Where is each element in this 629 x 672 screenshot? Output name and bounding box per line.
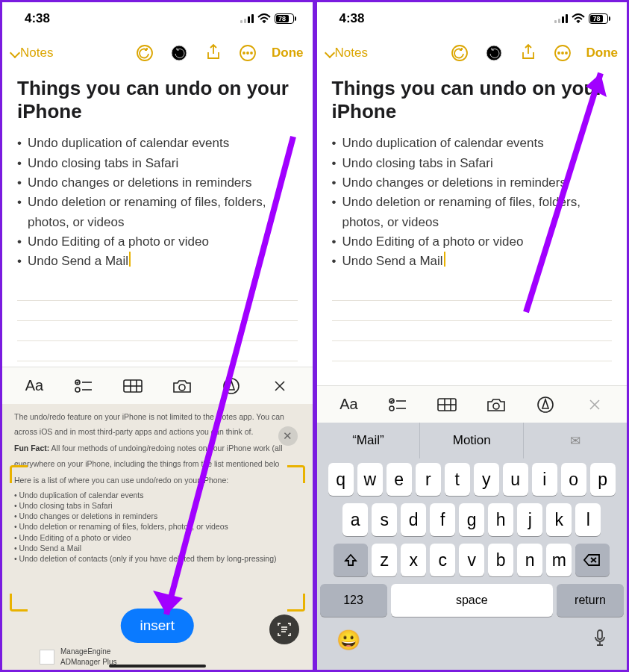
undo-button[interactable] [449, 43, 470, 63]
bullet-item: Undo deletion or renaming of files, fold… [332, 193, 613, 232]
key-b[interactable]: b [488, 544, 513, 576]
scan-item: Undo closing tabs in Safari [14, 500, 301, 511]
markup-button[interactable] [216, 373, 247, 399]
bullet-item: Undo closing tabs in Safari [17, 154, 298, 173]
svg-rect-45 [598, 630, 602, 639]
svg-point-9 [75, 388, 80, 392]
svg-point-6 [251, 52, 252, 54]
svg-point-4 [243, 52, 245, 54]
shift-key[interactable] [334, 544, 368, 576]
signal-icon [554, 14, 568, 23]
dictation-key[interactable] [592, 629, 607, 653]
scan-corner-icon [287, 465, 305, 483]
key-k[interactable]: k [546, 503, 572, 536]
note-content[interactable]: Things you can undo on your iPhone Undo … [317, 71, 628, 385]
insert-button[interactable]: insert [121, 609, 194, 643]
svg-point-30 [566, 52, 567, 54]
key-i[interactable]: i [532, 463, 557, 496]
text-cursor [444, 252, 445, 267]
note-content[interactable]: Things you can undo on your iPhone Undo … [2, 71, 313, 367]
scan-item: Undo Send a Mail [14, 543, 301, 553]
space-key[interactable]: space [391, 584, 554, 617]
key-y[interactable]: y [474, 463, 499, 496]
scan-close-button[interactable]: ✕ [278, 426, 298, 446]
back-button[interactable]: Notes [326, 46, 368, 60]
bullet-item: Undo Send a Mail [332, 252, 613, 271]
key-n[interactable]: n [517, 544, 542, 576]
key-l[interactable]: l [575, 503, 601, 536]
done-button[interactable]: Done [586, 46, 619, 60]
camera-button[interactable] [166, 373, 198, 399]
key-c[interactable]: c [430, 544, 455, 576]
bullet-item: Undo duplication of calendar events [17, 134, 298, 153]
bullet-item: Undo closing tabs in Safari [332, 154, 613, 173]
status-time: 4:38 [339, 11, 365, 26]
camera-button[interactable] [481, 392, 512, 417]
format-toolbar: Aa [2, 367, 313, 404]
key-o[interactable]: o [561, 463, 586, 496]
table-button[interactable] [431, 392, 463, 417]
key-h[interactable]: h [488, 503, 513, 536]
livetext-button[interactable] [269, 615, 299, 644]
text-style-button[interactable]: Aa [333, 392, 364, 417]
text-style-button[interactable]: Aa [19, 373, 50, 399]
bullet-item: Undo Send a Mail [17, 252, 298, 271]
key-f[interactable]: f [430, 503, 455, 536]
svg-point-29 [562, 52, 563, 54]
back-label: Notes [335, 46, 368, 60]
key-j[interactable]: j [517, 503, 542, 536]
checklist-button[interactable] [68, 373, 99, 399]
navbar: Notes Done [317, 35, 628, 71]
key-t[interactable]: t [445, 463, 470, 496]
scan-item: Undo deletion of contacts (only if you h… [14, 553, 301, 564]
key-u[interactable]: u [503, 463, 528, 496]
key-d[interactable]: d [401, 503, 426, 536]
return-key[interactable]: return [557, 584, 624, 617]
emoji-key[interactable]: 😀 [337, 629, 360, 653]
undo-button[interactable] [134, 43, 155, 63]
svg-point-33 [389, 406, 394, 411]
table-button[interactable] [117, 373, 148, 399]
numbers-key[interactable]: 123 [320, 584, 387, 617]
wifi-icon [257, 13, 271, 24]
key-g[interactable]: g [459, 503, 484, 536]
keyboard: q w e r t y u i o p a s d f g h j k l z … [317, 458, 628, 670]
chevron-left-icon [10, 48, 20, 58]
key-m[interactable]: m [546, 544, 572, 576]
markup-button[interactable] [530, 392, 561, 417]
svg-point-15 [179, 385, 185, 391]
format-close-button[interactable] [264, 373, 295, 399]
key-q[interactable]: q [328, 463, 354, 496]
key-p[interactable]: p [590, 463, 616, 496]
key-x[interactable]: x [401, 544, 426, 576]
chevron-left-icon [324, 48, 334, 58]
scan-item: Undo deletion or renaming of files, fold… [14, 521, 301, 532]
delete-key[interactable] [575, 544, 610, 576]
key-e[interactable]: e [387, 463, 412, 496]
back-button[interactable]: Notes [11, 46, 53, 60]
scan-item: Undo Editing of a photo or video [14, 532, 301, 543]
key-v[interactable]: v [459, 544, 484, 576]
checklist-button[interactable] [382, 392, 413, 417]
share-button[interactable] [518, 43, 539, 63]
format-close-button[interactable] [579, 392, 610, 417]
redo-button [169, 43, 190, 63]
key-s[interactable]: s [372, 503, 397, 536]
key-z[interactable]: z [372, 544, 397, 576]
key-r[interactable]: r [416, 463, 441, 496]
scan-item: Undo changes or deletions in reminders [14, 511, 301, 521]
scan-corner-icon [10, 465, 28, 483]
key-a[interactable]: a [342, 503, 368, 536]
suggestion[interactable]: Motion [420, 423, 524, 458]
share-button[interactable] [203, 43, 224, 63]
done-button[interactable]: Done [272, 46, 304, 60]
home-indicator[interactable] [109, 665, 206, 668]
suggestion[interactable]: Mail [317, 423, 421, 458]
statusbar: 4:38 78 [2, 2, 313, 35]
more-button[interactable] [237, 43, 258, 63]
keyboard-suggestions: Mail Motion ✉︎ [317, 423, 628, 458]
key-w[interactable]: w [357, 463, 383, 496]
suggestion[interactable]: ✉︎ [524, 423, 627, 458]
more-button[interactable] [552, 43, 573, 63]
scan-corner-icon [287, 594, 305, 612]
